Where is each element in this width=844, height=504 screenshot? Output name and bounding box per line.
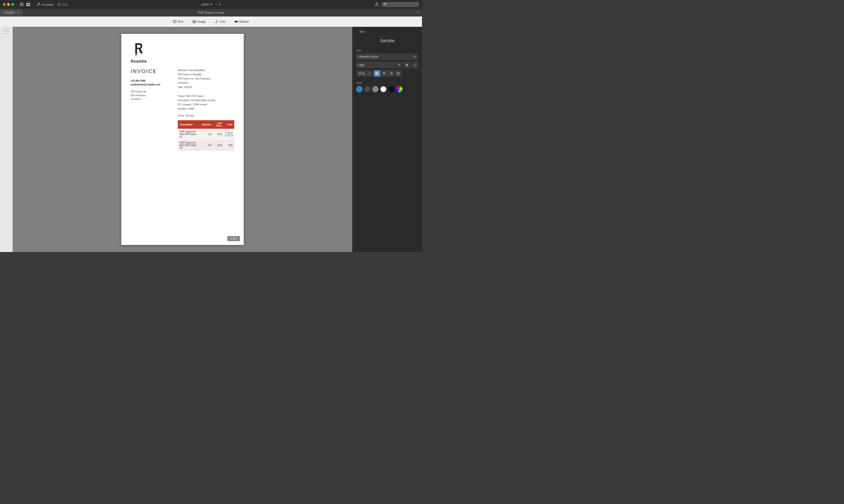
col-description: Description — [178, 120, 200, 129]
svg-rect-13 — [376, 72, 378, 73]
color-swatch-black[interactable] — [388, 86, 394, 92]
color-swatch-blue[interactable] — [356, 86, 362, 92]
email-address: psakhatskyi@readdle.com — [131, 83, 168, 87]
tab-close-button[interactable]: ✕ — [17, 11, 19, 14]
font-section: Font Helvetica Neue Light B I 10 pt — [352, 46, 422, 79]
page-number: 1 of 1 — [227, 236, 240, 241]
panel-decoration — [3, 29, 10, 29]
address-info: 795 Folsom str., San Francisco, CA 94107 — [131, 90, 168, 101]
bill-city: CA 94107 — [178, 81, 234, 85]
font-weight-dropdown[interactable]: Light — [356, 62, 402, 68]
cost-value-highlighted: 300 — [226, 132, 232, 136]
color-picker-button[interactable] — [396, 86, 402, 92]
col-cost: Cost — [224, 120, 234, 129]
svg-rect-22 — [397, 72, 400, 73]
invoice-number: Number: 67890 — [178, 107, 234, 111]
image-tool-button[interactable]: Image — [191, 19, 207, 24]
align-right-button[interactable] — [388, 70, 394, 77]
panel-back-arrow[interactable]: › — [356, 30, 358, 33]
po-number: P.O. Number: 12345 Invoice — [178, 103, 234, 107]
item2-desc: PDF Expert the Best PDF Editor #2 — [178, 140, 200, 151]
zoom-level: 100% — [201, 3, 209, 6]
logo-section: Readdle — [131, 43, 234, 64]
svg-rect-0 — [20, 3, 23, 3]
svg-rect-5 — [27, 5, 28, 6]
svg-rect-19 — [390, 72, 393, 73]
project-title: Project Title: PDF Expert — [178, 94, 234, 98]
color-swatch-dark-gray[interactable] — [364, 86, 371, 92]
address-line1: 795 Folsom str., — [131, 90, 168, 94]
svg-rect-7 — [58, 3, 61, 6]
search-input[interactable] — [381, 2, 419, 7]
edit-button[interactable]: Edit — [58, 3, 67, 6]
svg-rect-3 — [27, 3, 28, 4]
align-left-button[interactable] — [374, 70, 380, 77]
item2-price: 60 $ — [213, 140, 224, 151]
tab-label: Font007 — [4, 11, 15, 14]
color-section: Color — [352, 79, 422, 95]
font-style-row: Light B I — [356, 62, 418, 68]
invoice-right: Attention: Paul Sakhatskyi PDF Expert 2 … — [178, 68, 234, 151]
font-weight-value: Light — [358, 63, 364, 67]
contact-info: 123-456-7890 psakhatskyi@readdle.com — [131, 79, 168, 87]
col-unit-price: Unit Price — [213, 120, 224, 129]
svg-rect-20 — [391, 73, 393, 74]
svg-rect-15 — [376, 74, 378, 75]
color-swatches — [356, 86, 418, 92]
panel-sample: Sample — [352, 36, 422, 46]
attention-name: Attention: Paul Sakhatskyi — [178, 68, 234, 72]
annotate-button[interactable]: Annotate — [37, 3, 53, 6]
minimize-button[interactable] — [7, 3, 10, 6]
maximize-button[interactable] — [11, 3, 14, 6]
color-swatch-medium-gray[interactable] — [372, 86, 378, 92]
italic-button[interactable]: I — [412, 62, 418, 68]
window-title: PDF Expert Invoice — [198, 9, 224, 16]
size-align-row: 10 pt — [356, 70, 418, 77]
item1-cost[interactable]: 300 — [224, 129, 234, 140]
company-name: Readdle — [131, 59, 147, 64]
item2-qty: 8 $ — [200, 140, 213, 151]
phone-number: 123-456-7890 — [131, 79, 168, 83]
text-tool-button[interactable]: Text — [171, 19, 185, 24]
project-info: Project Title: PDF Expert Description: T… — [178, 94, 234, 111]
sidebar-toggle-button[interactable] — [20, 3, 23, 6]
close-button[interactable] — [3, 3, 6, 6]
zoom-in-button[interactable]: + — [219, 2, 221, 6]
font-label: Font — [356, 49, 418, 52]
table-header-row: Description Quantity Unit Price Cost — [178, 120, 234, 129]
svg-rect-8 — [173, 20, 176, 23]
svg-rect-4 — [29, 3, 30, 4]
table-row: PDF Expert the Best PDF Editor #1 5 $ 60… — [178, 129, 234, 140]
bold-button[interactable]: B — [403, 62, 410, 68]
font-size-dropdown[interactable]: 10 pt — [356, 71, 372, 76]
link-tool-button[interactable]: Link — [213, 19, 227, 24]
svg-rect-18 — [383, 74, 385, 75]
item1-qty: 5 $ — [200, 129, 213, 140]
font-name-dropdown[interactable]: Helvetica Neue — [356, 54, 418, 60]
invoice-title: INVOICE — [131, 68, 168, 74]
alignment-buttons — [374, 70, 401, 77]
align-center-button[interactable] — [381, 70, 387, 77]
color-swatch-white[interactable] — [380, 86, 386, 92]
pdf-viewer[interactable]: Readdle INVOICE 123-456-7890 psakhatskyi… — [13, 27, 352, 252]
svg-rect-11 — [235, 21, 238, 22]
address-line2: San Francisco, — [131, 94, 168, 97]
svg-rect-21 — [390, 74, 393, 75]
tabbar: Font007 ✕ PDF Expert Invoice + — [0, 9, 422, 16]
grid-toggle-button[interactable] — [27, 3, 30, 6]
zoom-out-button[interactable]: − — [215, 2, 217, 6]
invoice-date: Date: 8/15/16 — [178, 85, 234, 89]
share-button[interactable] — [375, 2, 379, 7]
right-panel: › Text Sample Font Helvetica Neue Light … — [352, 27, 422, 252]
invoice-table: Description Quantity Unit Price Cost PDF… — [178, 120, 234, 151]
align-justify-button[interactable] — [395, 70, 401, 77]
redact-tool-button[interactable]: Redact — [232, 19, 251, 24]
new-tab-button[interactable]: + — [414, 9, 422, 16]
panel-title: Text — [359, 30, 365, 33]
titlebar-right — [375, 2, 419, 7]
tab-font007[interactable]: Font007 ✕ — [0, 9, 23, 16]
svg-rect-16 — [383, 72, 385, 73]
pdf-page: Readdle INVOICE 123-456-7890 psakhatskyi… — [121, 34, 244, 245]
toolbar-icons — [20, 3, 30, 6]
panel-decoration — [3, 33, 10, 34]
